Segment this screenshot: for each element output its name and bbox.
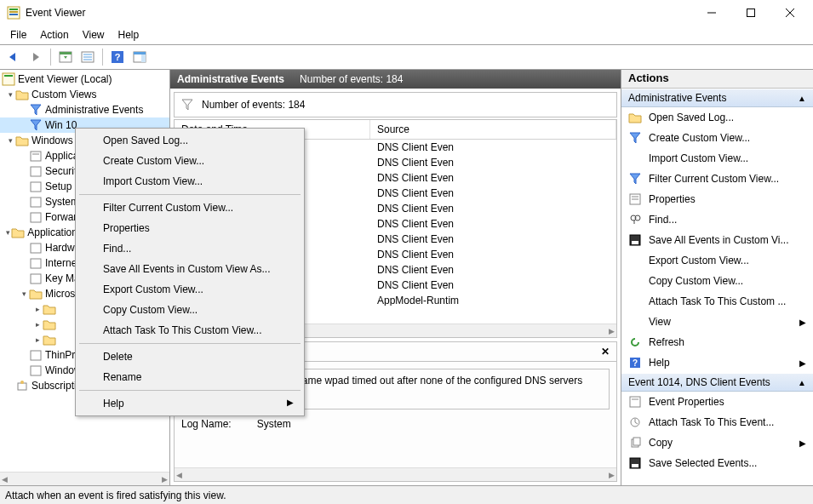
action-pane-button[interactable] <box>129 47 150 67</box>
center-header-title: Administrative Events <box>177 73 284 85</box>
svg-rect-58 <box>633 438 640 445</box>
refresh-icon <box>628 335 642 349</box>
actions-inner: Administrative Events ▲ Open Saved Log..… <box>621 89 813 485</box>
context-menu-item[interactable]: Export Custom View... <box>77 279 302 300</box>
properties-button[interactable] <box>77 47 98 67</box>
action-attach[interactable]: Attach Task To This Custom ... <box>621 291 813 312</box>
chevron-right-icon: ▶ <box>799 318 806 327</box>
evprops-icon <box>628 395 642 409</box>
context-menu-item[interactable]: Open Saved Log... <box>77 130 302 151</box>
cell-source: DNS Client Even <box>370 187 616 199</box>
expand-icon[interactable] <box>19 289 29 298</box>
log-name-label: Log Name: <box>181 418 232 430</box>
folder-icon <box>43 318 56 331</box>
action-label: Save All Events in Custom Vi... <box>649 234 789 246</box>
action-copy[interactable]: Copy Custom View... <box>621 271 813 291</box>
action-saveall[interactable]: Save All Events in Custom Vi... <box>621 230 813 250</box>
chevron-right-icon: ▶ <box>799 358 806 368</box>
tree-label: Win 10 <box>45 119 77 131</box>
folder-icon <box>29 287 43 301</box>
svg-text:?: ? <box>633 358 638 368</box>
menu-file[interactable]: File <box>3 27 33 43</box>
context-menu-item[interactable]: Attach Task To This Custom View... <box>77 320 302 341</box>
svg-rect-29 <box>31 182 41 192</box>
action-create[interactable]: Create Custom View... <box>621 128 813 148</box>
action-evsave[interactable]: Save Selected Events... <box>621 453 813 473</box>
context-menu-item[interactable]: Rename <box>77 367 302 387</box>
svg-rect-3 <box>9 14 18 15</box>
action-help[interactable]: ?Help▶ <box>621 352 813 373</box>
context-menu-item[interactable]: Delete <box>77 346 302 367</box>
svg-rect-11 <box>60 52 72 54</box>
action-evprops[interactable]: Event Properties <box>621 392 813 412</box>
forward-button[interactable] <box>26 47 46 67</box>
maximize-button[interactable] <box>731 0 770 26</box>
action-evattach[interactable]: Attach Task To This Event... <box>621 412 813 432</box>
svg-rect-28 <box>31 167 41 176</box>
log-icon <box>29 364 43 377</box>
actions-section-2[interactable]: Event 1014, DNS Client Events ▲ <box>621 373 813 392</box>
context-menu-item[interactable]: Save All Events in Custom View As... <box>77 259 302 279</box>
filter-icon <box>628 172 642 186</box>
import-icon <box>628 152 642 165</box>
toolbar-sep2 <box>102 49 103 66</box>
context-menu-item[interactable]: Import Custom View... <box>77 171 302 192</box>
expand-icon[interactable] <box>32 305 43 313</box>
show-hide-tree-button[interactable] <box>55 47 76 67</box>
filter-icon <box>29 118 43 132</box>
tree-root-label: Event Viewer (Local) <box>18 73 112 85</box>
context-menu-item[interactable]: Copy Custom View... <box>77 300 302 320</box>
action-filter[interactable]: Filter Current Custom View... <box>621 169 813 189</box>
cell-source: DNS Client Even <box>370 157 616 169</box>
action-props[interactable]: Properties <box>621 189 813 209</box>
menu-action[interactable]: Action <box>33 27 75 43</box>
action-import[interactable]: Import Custom View... <box>621 148 813 169</box>
svg-rect-36 <box>31 366 41 375</box>
back-button[interactable] <box>3 47 24 67</box>
expand-icon[interactable] <box>32 320 43 329</box>
chevron-right-icon: ▶ <box>287 398 294 407</box>
actions-section-1[interactable]: Administrative Events ▲ <box>621 89 813 107</box>
tree-root[interactable]: Event Viewer (Local) <box>0 72 169 87</box>
action-evcopy[interactable]: Copy▶ <box>621 432 813 453</box>
expand-icon[interactable] <box>5 90 15 99</box>
minimize-button[interactable] <box>692 0 731 26</box>
log-icon <box>29 195 43 209</box>
action-find[interactable]: Find... <box>621 209 813 230</box>
svg-rect-37 <box>18 383 26 390</box>
context-menu-item[interactable]: Find... <box>77 238 302 259</box>
tree-custom-views[interactable]: Custom Views <box>0 87 169 102</box>
expand-icon[interactable] <box>32 335 43 344</box>
action-open[interactable]: Open Saved Log... <box>621 107 813 128</box>
tree-label: Custom Views <box>31 89 96 100</box>
svg-rect-1 <box>9 9 18 10</box>
context-menu-item[interactable]: Help▶ <box>77 393 302 414</box>
close-button[interactable] <box>770 0 810 26</box>
expand-icon[interactable] <box>5 228 11 237</box>
folder-icon <box>11 226 25 239</box>
cell-source: DNS Client Even <box>370 264 616 276</box>
context-menu-item[interactable]: Properties <box>77 218 302 238</box>
copy-icon <box>628 274 642 288</box>
detail-close-button[interactable]: ✕ <box>594 342 616 361</box>
action-view[interactable]: View▶ <box>621 312 813 332</box>
expand-icon[interactable] <box>5 136 15 145</box>
detail-hscrollbar[interactable]: ◀▶ <box>175 467 616 481</box>
cell-source: AppModel-Runtim <box>370 295 616 306</box>
open-icon <box>628 111 642 124</box>
context-menu-item[interactable]: Create Custom View... <box>77 151 302 171</box>
tree-admin-events[interactable]: Administrative Events <box>0 102 169 117</box>
actions-title: Actions <box>621 70 813 89</box>
menu-view[interactable]: View <box>76 27 112 43</box>
menu-separator <box>79 390 301 391</box>
menu-help[interactable]: Help <box>112 27 146 43</box>
help-button[interactable]: ? <box>107 47 128 67</box>
svg-rect-35 <box>31 351 41 360</box>
action-export[interactable]: Export Custom View... <box>621 250 813 271</box>
context-menu[interactable]: Open Saved Log...Create Custom View...Im… <box>75 128 305 416</box>
context-menu-item[interactable]: Filter Current Custom View... <box>77 198 302 218</box>
cell-source: DNS Client Even <box>370 218 616 230</box>
tree-hscrollbar[interactable]: ◀▶ <box>0 472 169 485</box>
col-source[interactable]: Source <box>370 120 616 139</box>
action-refresh[interactable]: Refresh <box>621 332 813 352</box>
